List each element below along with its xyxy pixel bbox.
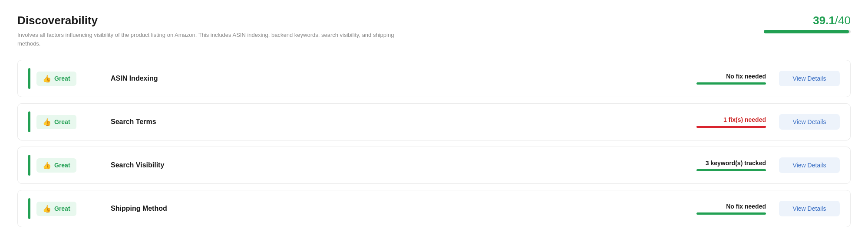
badge-label-search-visibility: Great [54,162,70,169]
status-bar-asin-indexing [696,82,766,85]
status-text-shipping-method: No fix needed [662,203,766,210]
badge-shipping-method: 👍 Great [36,202,76,216]
status-text-search-terms: 1 fix(s) needed [662,116,766,123]
badge-search-terms: 👍 Great [36,115,76,129]
rows-container: 👍 Great ASIN Indexing No fix needed View… [17,60,851,227]
row-item-shipping-method: 👍 Great Shipping Method No fix needed Vi… [17,190,851,227]
view-details-button-search-visibility[interactable]: View Details [779,157,840,173]
score-max: /40 [835,14,851,27]
green-bar-search-visibility [28,155,30,176]
badge-label-shipping-method: Great [54,205,70,212]
status-bar-search-visibility [696,169,766,171]
status-area-search-terms: 1 fix(s) needed [662,116,766,128]
header-left: Discoverability Involves all factors inf… [17,14,408,48]
badge-area-search-terms: 👍 Great [28,111,102,132]
badge-area-shipping-method: 👍 Great [28,198,102,219]
green-bar-asin-indexing [28,68,30,89]
green-bar-search-terms [28,111,30,132]
page-title: Discoverability [17,14,408,27]
badge-area-search-visibility: 👍 Great [28,155,102,176]
score-area: 39.1/40 [764,14,851,33]
row-label-shipping-method: Shipping Method [102,205,662,212]
view-details-button-shipping-method[interactable]: View Details [779,201,840,216]
score-display: 39.1/40 [764,14,851,27]
status-text-asin-indexing: No fix needed [662,73,766,80]
score-value: 39.1 [813,14,835,27]
view-details-button-asin-indexing[interactable]: View Details [779,71,840,86]
thumbsup-icon-search-visibility: 👍 [43,161,51,170]
thumbsup-icon-shipping-method: 👍 [43,205,51,213]
score-bar [764,30,851,33]
badge-search-visibility: 👍 Great [36,158,76,173]
badge-area-asin-indexing: 👍 Great [28,68,102,89]
row-item-search-visibility: 👍 Great Search Visibility 3 keyword(s) t… [17,147,851,184]
thumbsup-icon-search-terms: 👍 [43,118,51,126]
page-subtitle: Involves all factors influencing visibil… [17,31,408,48]
badge-label-search-terms: Great [54,118,70,125]
status-text-search-visibility: 3 keyword(s) tracked [662,160,766,167]
score-bar-fill [764,30,849,33]
thumbsup-icon-asin-indexing: 👍 [43,75,51,83]
status-area-asin-indexing: No fix needed [662,73,766,85]
page-header: Discoverability Involves all factors inf… [17,14,851,48]
row-label-search-terms: Search Terms [102,118,662,126]
green-bar-shipping-method [28,198,30,219]
row-item-asin-indexing: 👍 Great ASIN Indexing No fix needed View… [17,60,851,97]
status-bar-shipping-method [696,212,766,215]
badge-asin-indexing: 👍 Great [36,72,76,86]
row-item-search-terms: 👍 Great Search Terms 1 fix(s) needed Vie… [17,103,851,140]
status-area-shipping-method: No fix needed [662,203,766,215]
status-bar-search-terms [696,126,766,128]
badge-label-asin-indexing: Great [54,75,70,82]
status-area-search-visibility: 3 keyword(s) tracked [662,160,766,171]
row-label-search-visibility: Search Visibility [102,161,662,169]
view-details-button-search-terms[interactable]: View Details [779,114,840,130]
row-label-asin-indexing: ASIN Indexing [102,75,662,82]
